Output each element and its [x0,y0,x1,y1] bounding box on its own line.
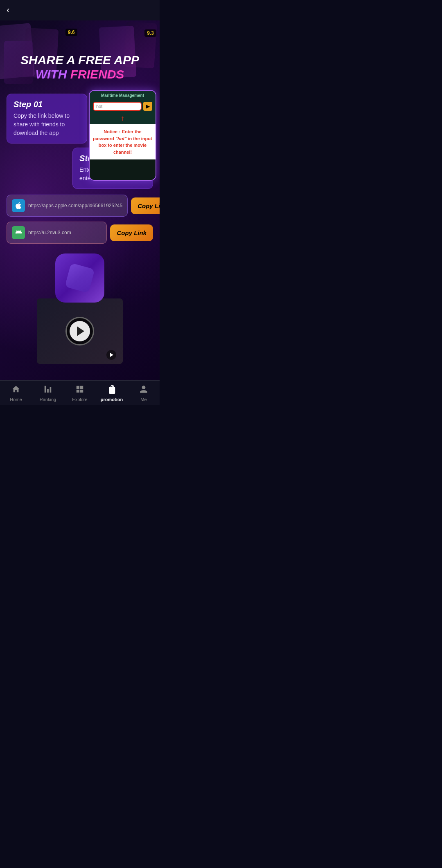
hero-title: SHARE A FREE APP WITH FRIENDS [7,53,153,81]
apple-link-box: https://apps.apple.com/app/id65661925245 [7,195,128,217]
phone-notice: Notice：Enter the password "hot" in the i… [90,124,156,159]
explore-icon [75,385,84,395]
back-button[interactable]: ‹ [7,6,9,15]
phone-search-input[interactable]: hot [93,102,142,111]
ranking-icon [43,385,52,395]
android-link-box: https://u.2nvu3.com [7,222,107,244]
small-play-triangle [110,353,113,357]
home-icon [11,385,20,395]
up-arrow-icon: ↑ [121,114,124,123]
nav-promotion-label: promotion [101,397,123,402]
hero-title-line1: SHARE A FREE APP [7,53,153,67]
nav-me[interactable]: Me [128,381,160,405]
phone-mockup-wrapper: Maritime Management hot ▶ ↑ Notice：Enter… [89,90,156,181]
phone-input-row: hot ▶ [90,100,156,113]
me-icon [139,385,148,395]
video-thumbnail[interactable] [37,298,123,364]
phone-mockup: Maritime Management hot ▶ ↑ Notice：Enter… [89,90,156,181]
step-1-desc: Copy the link below to share with friend… [14,112,80,137]
apple-copy-button[interactable]: Copy Link [131,197,160,214]
bottom-nav: Home Ranking Explore promotion [0,380,160,405]
phone-send-button[interactable]: ▶ [143,102,152,111]
android-link-url: https://u.2nvu3.com [28,230,101,236]
play-button-outer[interactable] [65,317,94,345]
nav-explore-label: Explore [72,397,87,402]
play-button-inner[interactable] [70,321,90,341]
nav-home-label: Home [10,397,22,402]
small-play-button[interactable] [106,350,116,360]
phone-body [90,159,156,180]
nav-ranking-label: Ranking [40,397,56,402]
promotion-icon [107,385,116,395]
android-icon [12,226,25,239]
hero-title-line2: WITH FRIENDS [36,67,124,81]
nav-ranking[interactable]: Ranking [32,381,64,405]
apple-icon [12,199,25,212]
apple-link-row: https://apps.apple.com/app/id65661925245… [7,195,153,217]
phone-arrow-deco: ↑ [90,113,156,124]
step-1-label: Step 01 [14,100,80,109]
step-1-card: Step 01 Copy the link below to share wit… [7,94,87,144]
notice-hot-word: "hot" [115,136,127,141]
apple-link-url: https://apps.apple.com/app/id65661925245 [28,203,122,209]
nav-promotion[interactable]: promotion [96,381,128,405]
android-copy-button[interactable]: Copy Link [110,224,153,241]
links-section: https://apps.apple.com/app/id65661925245… [0,189,160,249]
hero-friends: FRIENDS [70,67,124,81]
play-triangle-icon [77,326,84,336]
nav-home[interactable]: Home [0,381,32,405]
app-icon-inner [65,263,95,293]
header: ‹ [0,0,160,20]
nav-explore[interactable]: Explore [64,381,96,405]
hero-content: SHARE A FREE APP WITH FRIENDS [0,20,160,94]
video-section [0,249,160,372]
android-link-row: https://u.2nvu3.com Copy Link [7,222,153,244]
nav-me-label: Me [140,397,147,402]
hero-with: WITH [36,67,70,81]
hero-section: 9.6 9.3 SHARE A FREE APP WITH FRIENDS Ma… [0,20,160,380]
app-icon-large [55,253,104,303]
phone-app-name: Maritime Management [90,91,156,100]
